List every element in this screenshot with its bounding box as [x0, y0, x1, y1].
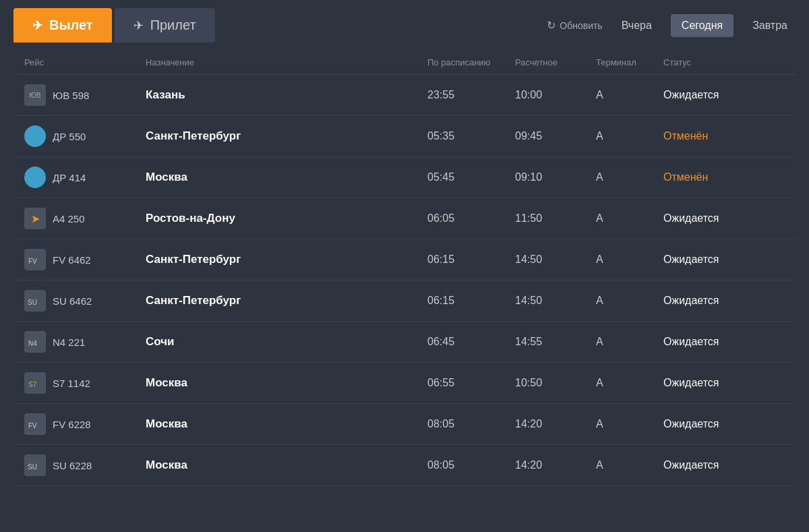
flight-number: ДР 414 [24, 167, 146, 188]
airline-icon: S7 [24, 372, 46, 394]
terminal: A [596, 377, 663, 389]
status-badge: Ожидается [663, 254, 785, 266]
table-row[interactable]: ЮВ ЮВ 598 Казань 23:55 10:00 A Ожидается [13, 75, 796, 116]
scheduled-time: 06:15 [427, 254, 515, 266]
scheduled-time: 05:35 [427, 130, 515, 142]
svg-text:FV: FV [28, 422, 37, 430]
flight-number: FV FV 6462 [24, 249, 146, 270]
refresh-button[interactable]: ↻ Обновить [547, 19, 602, 32]
airline-icon: FV [24, 413, 46, 435]
svg-text:S7: S7 [28, 381, 37, 388]
scheduled-time: 08:05 [427, 459, 515, 471]
destination: Москва [146, 459, 427, 472]
arrival-plane-icon: ✈ [133, 18, 144, 33]
scheduled-time: 06:55 [427, 377, 515, 389]
destination: Ростов-на-Дону [146, 212, 427, 225]
scheduled-time: 08:05 [427, 418, 515, 430]
destination: Москва [146, 417, 427, 431]
table-row[interactable]: ДР 414 Москва 05:45 09:10 A Отменён [13, 157, 796, 198]
destination: Санкт-Петербург [146, 129, 427, 143]
svg-text:N4: N4 [28, 340, 37, 347]
tab-departure[interactable]: ✈ Вылет [13, 8, 112, 42]
flight-number: N4 N4 221 [24, 331, 146, 353]
scheduled-time: 05:45 [427, 171, 515, 183]
status-badge: Отменён [663, 171, 785, 183]
airline-icon: ЮВ [24, 84, 46, 106]
tomorrow-button[interactable]: Завтра [744, 16, 796, 36]
flight-code: FV 6228 [53, 419, 91, 430]
status-badge: Ожидается [663, 418, 785, 430]
yesterday-button[interactable]: Вчера [613, 16, 660, 36]
table-row[interactable]: N4 N4 221 Сочи 06:45 14:55 A Ожидается [13, 322, 796, 363]
refresh-label: Обновить [560, 20, 602, 31]
header-controls: ↻ Обновить Вчера Сегодня Завтра [547, 14, 796, 37]
status-badge: Ожидается [663, 377, 785, 389]
scheduled-time: 06:45 [427, 336, 515, 348]
estimated-time: 14:20 [515, 459, 596, 471]
svg-text:FV: FV [28, 258, 37, 265]
today-button[interactable]: Сегодня [671, 14, 733, 37]
flight-code: SU 6228 [53, 460, 92, 471]
destination: Санкт-Петербург [146, 253, 427, 266]
tab-arrival-label: Прилет [150, 18, 196, 33]
table-row[interactable]: S7 S7 1142 Москва 06:55 10:50 A Ожидаетс… [13, 363, 796, 404]
flights-table: Рейс Назначение По расписанию Расчетное … [0, 51, 809, 486]
flight-code: S7 1142 [53, 378, 90, 389]
flight-number: ДР 550 [24, 125, 146, 147]
departure-plane-icon: ✈ [32, 18, 42, 33]
status-badge: Ожидается [663, 295, 785, 307]
status-badge: Ожидается [663, 89, 785, 101]
destination: Казань [146, 88, 427, 102]
terminal: A [596, 130, 663, 142]
table-headers: Рейс Назначение По расписанию Расчетное … [13, 51, 796, 75]
header-scheduled: По расписанию [427, 57, 515, 67]
airline-icon: FV [24, 249, 46, 270]
flight-code: ДР 550 [53, 131, 86, 142]
estimated-time: 14:20 [515, 418, 596, 430]
header-terminal: Терминал [596, 57, 663, 67]
table-row[interactable]: SU SU 6228 Москва 08:05 14:20 A Ожидаетс… [13, 445, 796, 486]
scheduled-time: 06:15 [427, 295, 515, 307]
terminal: A [596, 212, 663, 225]
table-row[interactable]: ДР 550 Санкт-Петербург 05:35 09:45 A Отм… [13, 116, 796, 157]
table-row[interactable]: FV FV 6462 Санкт-Петербург 06:15 14:50 A… [13, 239, 796, 280]
header-flight: Рейс [24, 57, 146, 67]
estimated-time: 09:45 [515, 130, 596, 142]
flight-number: SU SU 6462 [24, 290, 146, 312]
destination: Москва [146, 376, 427, 390]
svg-text:SU: SU [28, 299, 37, 306]
airline-icon: SU [24, 290, 46, 312]
terminal: A [596, 459, 663, 471]
flight-number: ➤ А4 250 [24, 208, 146, 229]
flight-code: FV 6462 [53, 254, 91, 266]
flights-body: ЮВ ЮВ 598 Казань 23:55 10:00 A Ожидается… [13, 75, 796, 486]
estimated-time: 14:50 [515, 254, 596, 266]
flight-code: SU 6462 [53, 295, 92, 307]
header: ✈ Вылет ✈ Прилет ↻ Обновить Вчера Сегодн… [0, 0, 809, 51]
table-row[interactable]: FV FV 6228 Москва 08:05 14:20 A Ожидаетс… [13, 404, 796, 445]
tab-departure-label: Вылет [49, 18, 93, 33]
airline-icon: N4 [24, 331, 46, 353]
scheduled-time: 23:55 [427, 89, 515, 101]
destination: Санкт-Петербург [146, 294, 427, 307]
header-destination: Назначение [146, 57, 427, 67]
estimated-time: 09:10 [515, 171, 596, 183]
estimated-time: 10:00 [515, 89, 596, 101]
airline-icon [24, 125, 46, 147]
estimated-time: 14:50 [515, 295, 596, 307]
flight-code: N4 221 [53, 336, 85, 348]
flight-code: ЮВ 598 [53, 90, 89, 101]
flight-number: FV FV 6228 [24, 413, 146, 435]
flight-number: S7 S7 1142 [24, 372, 146, 394]
status-badge: Ожидается [663, 336, 785, 348]
svg-text:SU: SU [28, 463, 37, 471]
tab-arrival[interactable]: ✈ Прилет [115, 8, 215, 42]
destination: Москва [146, 171, 427, 184]
table-row[interactable]: ➤ А4 250 Ростов-на-Дону 06:05 11:50 A Ож… [13, 198, 796, 239]
terminal: A [596, 295, 663, 307]
flight-code: ДР 414 [53, 172, 86, 183]
table-row[interactable]: SU SU 6462 Санкт-Петербург 06:15 14:50 A… [13, 280, 796, 322]
terminal: A [596, 418, 663, 430]
terminal: A [596, 336, 663, 348]
estimated-time: 14:55 [515, 336, 596, 348]
